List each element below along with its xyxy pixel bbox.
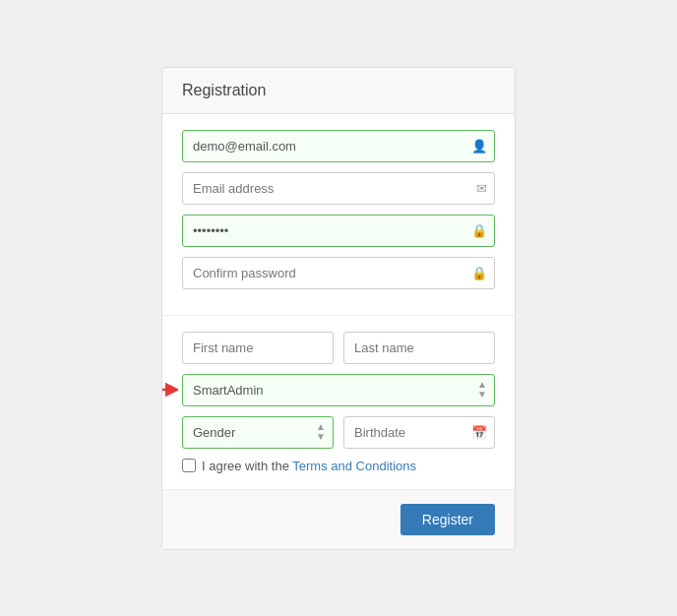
registration-card: Registration 👤 ✉ 🔒 🔒 <box>161 67 516 550</box>
terms-link[interactable]: Terms and Conditions <box>292 459 416 473</box>
card-body-credentials: 👤 ✉ 🔒 🔒 <box>162 114 515 316</box>
gender-birthdate-row: Gender Male Female Other ▲ ▼ 📅 <box>182 416 495 449</box>
email-placeholder-group: ✉ <box>182 172 495 205</box>
role-select-wrapper: SmartAdmin SmartUser Admin ▲ ▼ <box>182 374 495 406</box>
terms-label: I agree with the Terms and Conditions <box>202 459 416 473</box>
card-title: Registration <box>182 82 495 99</box>
role-select[interactable]: SmartAdmin SmartUser Admin <box>182 374 495 406</box>
password-input[interactable] <box>182 215 495 247</box>
gender-select[interactable]: Gender Male Female Other <box>182 416 334 449</box>
birthdate-group: 📅 <box>343 416 495 449</box>
confirm-password-input[interactable] <box>182 257 495 289</box>
terms-row: I agree with the Terms and Conditions <box>182 459 495 473</box>
register-button[interactable]: Register <box>400 504 495 535</box>
confirm-password-group: 🔒 <box>182 257 495 289</box>
card-header: Registration <box>162 68 515 114</box>
gender-select-wrapper: Gender Male Female Other ▲ ▼ <box>182 416 334 449</box>
last-name-group <box>343 332 495 364</box>
name-row <box>182 332 495 364</box>
card-footer: Register <box>162 490 515 549</box>
red-arrow-annotation <box>161 378 178 401</box>
first-name-group <box>182 332 334 364</box>
password-field-group: 🔒 <box>182 215 495 247</box>
terms-checkbox[interactable] <box>182 459 196 472</box>
email-address-input[interactable] <box>182 172 495 205</box>
birthdate-input[interactable] <box>343 416 495 449</box>
email-field-group: 👤 <box>182 130 495 162</box>
card-body-profile: SmartAdmin SmartUser Admin ▲ ▼ Gender Ma… <box>162 316 515 490</box>
role-select-container: SmartAdmin SmartUser Admin ▲ ▼ <box>182 374 495 406</box>
email-input[interactable] <box>182 130 495 162</box>
last-name-input[interactable] <box>343 332 495 364</box>
first-name-input[interactable] <box>182 332 334 364</box>
